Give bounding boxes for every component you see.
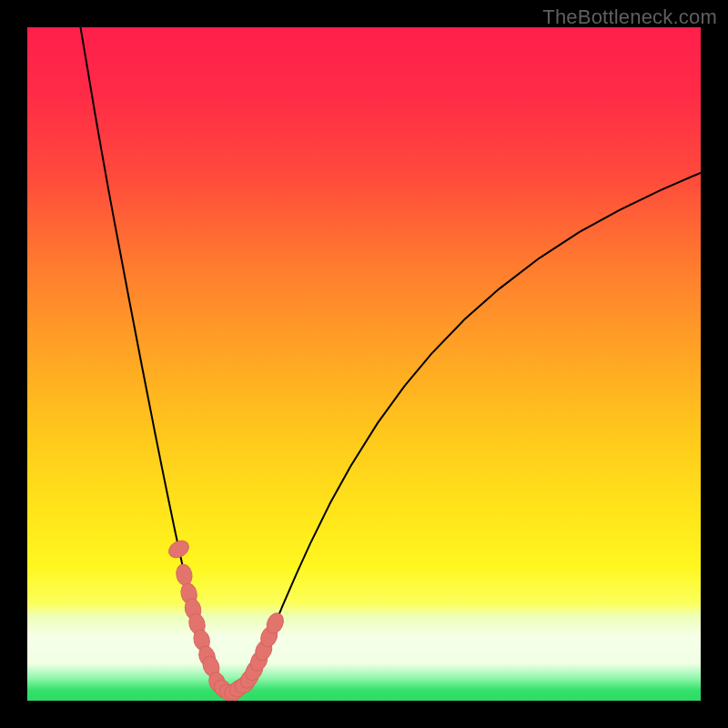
marker-group bbox=[166, 537, 286, 701]
curve-marker bbox=[175, 563, 194, 587]
curve-marker bbox=[166, 537, 191, 561]
chart-frame: TheBottleneck.com bbox=[0, 0, 728, 728]
plot-area bbox=[27, 27, 701, 701]
watermark-text: TheBottleneck.com bbox=[542, 5, 717, 29]
bottleneck-curve bbox=[80, 27, 701, 693]
curve-layer bbox=[27, 27, 701, 701]
